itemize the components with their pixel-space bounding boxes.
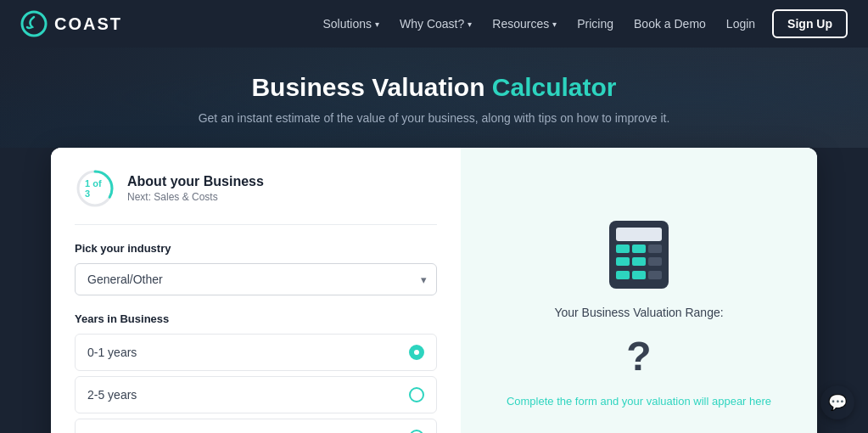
calc-buttons [616, 245, 662, 282]
hero-subtitle: Get an instant estimate of the value of … [17, 109, 851, 127]
hero-section: Business Valuation Calculator Get an ins… [0, 48, 868, 148]
radio-item-5plus[interactable]: 5+ years [75, 419, 437, 433]
valuation-label: Your Business Valuation Range: [554, 306, 723, 319]
radio-item-2-5[interactable]: 2-5 years [75, 376, 437, 413]
step-header: 1 of 3 About your Business Next: Sales &… [75, 168, 437, 225]
calc-btn [616, 257, 630, 266]
calc-btn [648, 271, 662, 279]
calc-btn [648, 257, 662, 266]
years-label: Years in Business [75, 312, 437, 325]
chevron-down-icon: ▾ [375, 20, 379, 29]
nav-book-demo[interactable]: Book a Demo [625, 12, 714, 36]
signup-button[interactable]: Sign Up [772, 9, 848, 38]
industry-select-wrapper: General/Other ▾ [75, 263, 437, 295]
nav-solutions[interactable]: Solutions ▾ [314, 12, 388, 36]
nav-links: Solutions ▾ Why Coast? ▾ Resources ▾ Pri… [314, 9, 848, 38]
nav-pricing[interactable]: Pricing [568, 12, 622, 36]
chevron-down-icon: ▾ [552, 20, 557, 29]
radio-item-0-1[interactable]: 0-1 years [75, 334, 437, 371]
coast-logo-icon [20, 10, 48, 37]
step-circle: 1 of 3 [75, 168, 115, 209]
chat-icon: 💬 [828, 393, 847, 412]
valuation-value: ? [626, 333, 651, 380]
radio-dot-0-1 [409, 345, 424, 360]
industry-select[interactable]: General/Other [75, 263, 437, 295]
calc-btn [632, 245, 646, 253]
nav-why-coast[interactable]: Why Coast? ▾ [391, 12, 480, 36]
calc-btn [632, 257, 646, 266]
industry-label: Pick your industry [75, 242, 437, 255]
navigation: COAST Solutions ▾ Why Coast? ▾ Resources… [0, 0, 868, 48]
radio-dot-2-5 [409, 387, 424, 402]
form-panel: 1 of 3 About your Business Next: Sales &… [51, 148, 461, 433]
years-radio-group: 0-1 years 2-5 years 5+ years [75, 334, 437, 433]
logo-link[interactable]: COAST [20, 10, 122, 37]
logo-text: COAST [54, 14, 122, 34]
calc-btn [648, 245, 662, 253]
valuation-hint: Complete the form and your valuation wil… [507, 393, 771, 410]
nav-resources[interactable]: Resources ▾ [484, 12, 565, 36]
calc-btn [616, 271, 630, 279]
calculator-icon [609, 221, 669, 289]
calc-btn [616, 245, 630, 253]
result-panel: Your Business Valuation Range: ? Complet… [461, 148, 817, 433]
hero-title: Business Valuation Calculator [17, 73, 851, 102]
step-subtitle: Next: Sales & Costs [127, 191, 264, 203]
radio-dot-5plus [409, 430, 424, 433]
calc-btn [632, 271, 646, 279]
chat-button[interactable]: 💬 [820, 385, 854, 419]
chevron-down-icon: ▾ [468, 20, 472, 29]
svg-point-0 [22, 12, 46, 36]
step-info: About your Business Next: Sales & Costs [127, 174, 264, 203]
calc-screen [616, 228, 662, 241]
login-button[interactable]: Login [718, 12, 764, 36]
main-card: 1 of 3 About your Business Next: Sales &… [51, 148, 817, 433]
step-title: About your Business [127, 174, 264, 189]
